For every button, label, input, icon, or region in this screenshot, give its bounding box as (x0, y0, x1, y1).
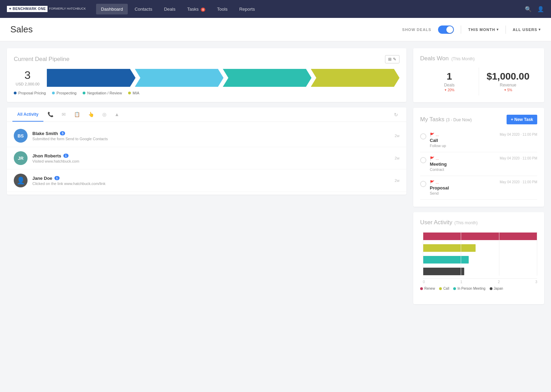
x-label-2: 2 (498, 280, 500, 284)
x-label-0: 0 (423, 280, 425, 284)
new-task-button[interactable]: + New Task (507, 115, 537, 124)
avatar: BS (14, 129, 28, 143)
nav-item-reports[interactable]: Reports (235, 4, 260, 14)
funnel-stage-1[interactable] (47, 69, 136, 87)
stat-deals-change: 20% (420, 88, 479, 92)
task-checkbox-2[interactable] (420, 157, 426, 163)
tab-all-activity[interactable]: All Activity (12, 108, 43, 122)
nav-item-deals[interactable]: Deals (159, 4, 180, 14)
tab-alerts[interactable]: ▲ (111, 107, 124, 122)
activity-time: 2w (395, 156, 399, 160)
task-sub: Contract (430, 167, 496, 172)
x-axis: 0 1 2 3 (423, 278, 537, 284)
deals-won-title: Deals Won (420, 55, 449, 62)
tab-notes[interactable]: 📋 (70, 107, 84, 122)
activity-badge: 1 (54, 176, 60, 180)
funnel-stage-4[interactable] (311, 69, 400, 87)
task-checkbox-3[interactable] (420, 181, 426, 187)
activity-desc: Submitted the form Send to Google Contac… (32, 137, 390, 141)
task-flag-icon: 🚩 ... (430, 180, 496, 185)
nav-item-dashboard[interactable]: Dashboard (96, 4, 128, 14)
user-icon[interactable]: 👤 (537, 6, 544, 12)
activity-list: BS Blake Smith 5 Submitted the form Send… (7, 122, 406, 195)
stat-revenue: $1,000.00 Revenue 5% (479, 68, 538, 95)
navbar: ✦ BENCHMARK ONE FORMERLY HATCHBUCK Dashb… (0, 0, 551, 18)
logo[interactable]: ✦ BENCHMARK ONE FORMERLY HATCHBUCK (7, 6, 86, 12)
bar-row-renew (423, 231, 537, 241)
pipeline-header: Current Deal Pipeline ⊞ ✎ (14, 55, 399, 63)
legend-dot-in-person (453, 287, 456, 290)
search-icon[interactable]: 🔍 (525, 6, 532, 12)
user-activity-header: User Activity (This month) (420, 219, 537, 226)
activity-desc: Visited www.hatchbuck.com (32, 159, 390, 163)
task-item: 🚩 ... Meeting Contract May 04 2020 · 11:… (420, 152, 537, 176)
pipeline-card: Current Deal Pipeline ⊞ ✎ 3 USD 2,000.00 (7, 48, 406, 102)
legend-label-mia: MIA (133, 91, 139, 95)
funnel-stage-3[interactable] (223, 69, 312, 87)
show-deals-toggle[interactable] (438, 25, 454, 34)
legend-dot-renew (420, 287, 423, 290)
left-column: Current Deal Pipeline ⊞ ✎ 3 USD 2,000.00 (7, 48, 406, 392)
task-info: 🚩 ... Proposal Send (430, 180, 496, 195)
tasks-title-group: My Tasks (3 - Due Now) (420, 116, 472, 123)
funnel-stage-2[interactable] (135, 69, 224, 87)
tab-tasks[interactable]: 👆 (84, 107, 98, 122)
legend-negotiation: Negotiation / Review (83, 91, 122, 95)
table-icon: ⊞ (388, 57, 392, 62)
task-flag-icon: 🚩 ... (430, 133, 496, 137)
task-date: May 04 2020 · 11:00 PM (500, 180, 537, 184)
task-item: 🚩 ... Proposal Send May 04 2020 · 11:00 … (420, 176, 537, 200)
task-checkbox-1[interactable] (420, 133, 426, 140)
edit-icon: ✎ (393, 57, 396, 62)
activity-name: Jhon Roberts 1 (32, 153, 390, 158)
bar-fill-call (423, 244, 476, 252)
tasks-header: My Tasks (3 - Due Now) + New Task (420, 115, 537, 124)
task-flag-icon: 🚩 ... (430, 156, 496, 161)
legend-label-in-person: In Person Meeting (457, 287, 485, 290)
x-label-3: 3 (535, 280, 537, 284)
page-title: Sales (10, 24, 402, 35)
stat-deals-label: Deals (420, 83, 479, 87)
pipeline-view-button[interactable]: ⊞ ✎ (385, 55, 399, 63)
activity-tabs: All Activity 📞 ✉ 📋 👆 ◎ ▲ ↻ (7, 107, 406, 122)
tab-calls[interactable]: 📞 (43, 107, 58, 122)
list-item: JR Jhon Roberts 1 Visited www.hatchbuck.… (7, 147, 406, 169)
bar-fill-renew (423, 233, 537, 240)
activity-content: Jhon Roberts 1 Visited www.hatchbuck.com (32, 153, 390, 163)
task-item: 🚩 ... Call Follow up May 04 2020 · 11:00… (420, 128, 537, 152)
nav-right: 🔍 👤 (525, 6, 544, 12)
right-column: Deals Won (This Month) 1 Deals 20% $1,00… (413, 48, 544, 392)
task-name: Meeting (430, 162, 496, 167)
activity-content: Blake Smith 5 Submitted the form Send to… (32, 131, 390, 141)
legend-japan: Japan (490, 287, 503, 290)
nav-item-tasks[interactable]: Tasks 0 (182, 4, 210, 14)
pipeline-stats: 3 USD 2,000.00 (14, 69, 399, 87)
stat-deals: 1 Deals 20% (420, 68, 479, 95)
task-name: Proposal (430, 185, 496, 190)
legend-label-prospecting: Prospecting (56, 91, 76, 95)
nav-item-tools[interactable]: Tools (212, 4, 232, 14)
tab-forms[interactable]: ◎ (98, 107, 111, 122)
this-month-dropdown[interactable]: THIS MONTH (468, 28, 498, 32)
all-users-dropdown[interactable]: ALL USERS (513, 28, 541, 32)
bar-fill-meeting (423, 256, 469, 264)
tab-emails[interactable]: ✉ (58, 107, 70, 122)
activity-content: Jane Doe 1 Clicked on the link www.hatch… (32, 176, 390, 186)
header-controls: SHOW DEALS THIS MONTH ALL USERS (402, 25, 541, 34)
legend-label-negotiation: Negotiation / Review (87, 91, 122, 95)
avatar: 👤 (14, 174, 28, 187)
activity-time: 2w (395, 178, 399, 183)
chart-legend: Renew Call In Person Meeting Japan (420, 287, 537, 290)
stat-revenue-change: 5% (479, 88, 538, 92)
stat-deal-count: 1 (420, 71, 479, 82)
legend-label-call: Call (443, 287, 449, 290)
refresh-icon[interactable]: ↻ (391, 109, 401, 120)
logo-sub: FORMERLY HATCHBUCK (49, 7, 86, 11)
nav-item-contacts[interactable]: Contacts (130, 4, 157, 14)
deals-won-header: Deals Won (This Month) (420, 55, 537, 62)
stat-revenue-label: Revenue (479, 83, 538, 87)
bar-chart: 0 1 2 3 Renew Call (420, 231, 537, 297)
task-info: 🚩 ... Call Follow up (430, 133, 496, 148)
main-layout: Current Deal Pipeline ⊞ ✎ 3 USD 2,000.00 (0, 41, 551, 392)
legend-call: Call (439, 287, 449, 290)
